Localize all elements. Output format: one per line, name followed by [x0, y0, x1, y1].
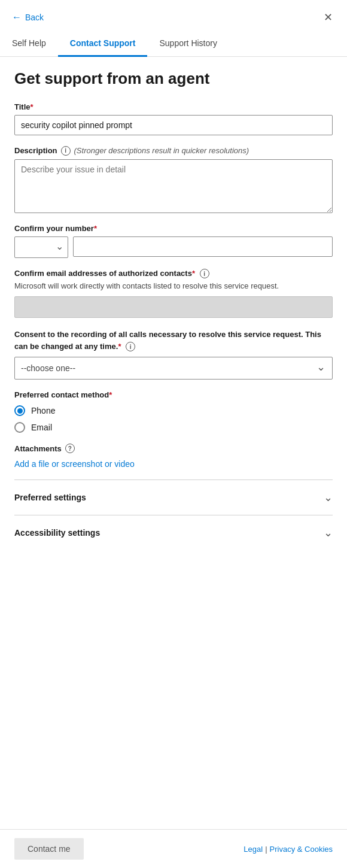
preferred-settings-chevron-icon: ⌄: [324, 491, 333, 504]
tab-support-history[interactable]: Support History: [147, 32, 229, 57]
phone-row: +1 +44: [14, 236, 333, 258]
confirm-number-label: Confirm your number*: [14, 224, 333, 233]
page-title: Get support from an agent: [14, 69, 333, 89]
close-icon: ✕: [324, 11, 333, 23]
attachments-group: Attachments ? Add a file or screenshot o…: [14, 444, 333, 469]
privacy-link[interactable]: Privacy & Cookies: [270, 845, 333, 854]
description-label-row: Description i (Stronger descriptions res…: [14, 146, 333, 156]
attachments-label-row: Attachments ?: [14, 444, 333, 453]
phone-number-wrapper: [73, 236, 333, 258]
tab-contact-support[interactable]: Contact Support: [58, 32, 148, 57]
preferred-contact-group: Preferred contact method* Phone Email: [14, 390, 333, 433]
tab-bar: Self Help Contact Support Support Histor…: [0, 26, 347, 57]
footer-links: Legal | Privacy & Cookies: [243, 845, 333, 854]
radio-email[interactable]: Email: [14, 422, 333, 433]
number-required: *: [94, 224, 97, 233]
back-arrow-icon: ←: [12, 12, 22, 23]
top-bar: ← Back ✕: [0, 0, 347, 26]
legal-link[interactable]: Legal: [243, 845, 263, 854]
back-label: Back: [25, 13, 44, 22]
email-info-icon[interactable]: i: [200, 269, 209, 278]
country-code-select[interactable]: +1 +44: [14, 236, 68, 258]
add-file-link[interactable]: Add a file or screenshot or video: [14, 459, 135, 469]
consent-select-wrapper: --choose one-- Yes No: [14, 357, 333, 380]
radio-group: Phone Email: [14, 405, 333, 433]
consent-group: Consent to the recording of all calls ne…: [14, 329, 333, 380]
main-content: Get support from an agent Title* Descrip…: [0, 57, 347, 610]
description-hint: (Stronger descriptions result in quicker…: [74, 146, 249, 155]
back-button[interactable]: ← Back: [12, 12, 44, 23]
description-label: Description: [14, 146, 57, 155]
radio-phone[interactable]: Phone: [14, 405, 333, 416]
accessibility-settings-title: Accessibility settings: [14, 528, 100, 538]
phone-number-input[interactable]: [73, 236, 333, 257]
preferred-settings-accordion: Preferred settings ⌄: [14, 479, 333, 515]
confirm-email-group: Confirm email addresses of authorized co…: [14, 269, 333, 318]
consent-label: Consent to the recording of all calls ne…: [14, 329, 333, 352]
footer-separator: |: [265, 845, 267, 854]
email-field-blurred[interactable]: [14, 296, 333, 318]
consent-required: *: [118, 342, 121, 351]
email-required: *: [192, 269, 195, 278]
preferred-contact-label: Preferred contact method*: [14, 390, 333, 399]
pref-contact-required: *: [109, 390, 112, 399]
accessibility-settings-accordion: Accessibility settings ⌄: [14, 515, 333, 550]
radio-phone-circle: [14, 405, 25, 416]
confirm-number-group: Confirm your number* +1 +44: [14, 224, 333, 258]
radio-email-circle: [14, 422, 25, 433]
description-field-group: Description i (Stronger descriptions res…: [14, 146, 333, 213]
description-textarea[interactable]: [14, 159, 333, 213]
footer: Contact me Legal | Privacy & Cookies: [0, 829, 347, 868]
auth-contacts-sub: Microsoft will work directly with contac…: [14, 281, 333, 292]
tab-self-help[interactable]: Self Help: [12, 32, 58, 57]
title-label: Title*: [14, 102, 333, 111]
description-info-icon[interactable]: i: [61, 146, 71, 156]
country-code-wrapper: +1 +44: [14, 236, 68, 258]
title-input[interactable]: [14, 115, 333, 135]
preferred-settings-header[interactable]: Preferred settings ⌄: [14, 491, 333, 504]
auth-contacts-label: Confirm email addresses of authorized co…: [14, 269, 333, 279]
close-button[interactable]: ✕: [321, 8, 335, 26]
preferred-settings-title: Preferred settings: [14, 493, 86, 502]
accessibility-settings-chevron-icon: ⌄: [324, 526, 333, 539]
radio-email-label: Email: [31, 423, 52, 432]
consent-info-icon[interactable]: i: [126, 342, 135, 351]
radio-phone-label: Phone: [31, 406, 55, 415]
title-required: *: [31, 102, 34, 111]
title-field-group: Title*: [14, 102, 333, 135]
accessibility-settings-header[interactable]: Accessibility settings ⌄: [14, 526, 333, 539]
attachments-help-icon[interactable]: ?: [65, 444, 75, 453]
contact-me-button[interactable]: Contact me: [14, 838, 84, 860]
consent-select[interactable]: --choose one-- Yes No: [14, 357, 333, 380]
